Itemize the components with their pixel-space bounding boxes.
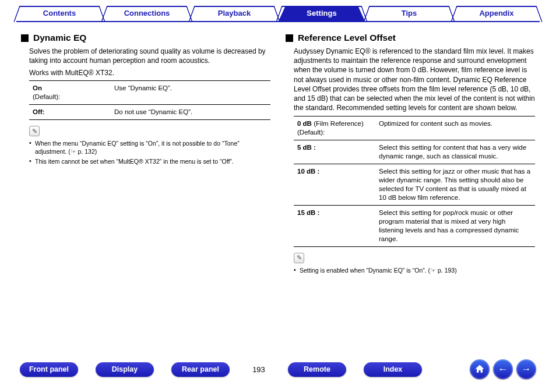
button-label: Rear panel: [182, 365, 219, 373]
table-row: On(Default): Use “Dynamic EQ”.: [29, 81, 270, 105]
remote-button[interactable]: Remote: [288, 362, 346, 377]
heading-dynamic-eq: Dynamic EQ: [21, 33, 270, 43]
opt-label: On: [33, 84, 42, 91]
tab-label: Playback: [218, 9, 251, 17]
options-table-left: On(Default): Use “Dynamic EQ”. Off: Do n…: [29, 80, 270, 120]
table-row: 0 dB (Film Reference) (Default): Optimiz…: [294, 116, 535, 140]
note-item: This item cannot be set when “MultEQ® XT…: [29, 157, 270, 167]
table-row: 15 dB : Select this setting for pop/rock…: [294, 205, 535, 246]
opt-desc: Optimized for content such as movies.: [375, 116, 535, 140]
button-label: Index: [383, 365, 403, 373]
arrow-left-icon: ←: [498, 363, 508, 375]
note-item: Setting is enabled when “Dynamic EQ” is …: [294, 266, 535, 276]
button-label: Front panel: [29, 365, 69, 373]
heading-text: Reference Level Offset: [298, 33, 396, 43]
front-panel-button[interactable]: Front panel: [20, 362, 78, 377]
bottom-bar: Front panel Display Rear panel 193 Remot…: [0, 359, 556, 379]
table-row: 10 dB : Select this setting for jazz or …: [294, 164, 535, 206]
opt-desc: Select this setting for content that has…: [375, 140, 535, 164]
tab-settings[interactable]: Settings: [279, 6, 365, 21]
opt-label: 10 dB :: [294, 164, 375, 206]
rear-panel-button[interactable]: Rear panel: [171, 362, 230, 377]
tab-connections[interactable]: Connections: [104, 6, 190, 21]
arrow-right-icon: →: [522, 363, 532, 375]
tab-appendix[interactable]: Appendix: [453, 6, 540, 21]
opt-desc: Use “Dynamic EQ”.: [111, 81, 270, 105]
nav-button-group: ← →: [470, 359, 536, 379]
pencil-icon: ✎: [297, 254, 302, 262]
display-button[interactable]: Display: [96, 362, 154, 377]
tab-playback[interactable]: Playback: [191, 6, 277, 21]
note-icon: ✎: [29, 126, 40, 136]
opt-label: 5 dB :: [294, 140, 375, 164]
tab-contents[interactable]: Contents: [16, 6, 103, 21]
home-button[interactable]: [470, 359, 490, 379]
opt-label: 15 dB :: [294, 205, 375, 246]
tab-label: Contents: [43, 9, 76, 17]
pencil-icon: ✎: [32, 128, 37, 135]
tab-label: Connections: [124, 9, 170, 17]
left-column: Dynamic EQ Solves the problem of deterio…: [21, 33, 270, 276]
note-item: When the menu “Dynamic EQ” setting is “O…: [29, 139, 270, 157]
opt-extra: (Default):: [33, 93, 60, 100]
index-button[interactable]: Index: [364, 362, 422, 377]
intro-text: Audyssey Dynamic EQ® is referenced to th…: [294, 47, 535, 112]
page-number: 193: [247, 365, 270, 374]
note-icon: ✎: [294, 253, 304, 263]
tab-label: Settings: [307, 9, 336, 17]
options-table-right: 0 dB (Film Reference) (Default): Optimiz…: [294, 116, 535, 246]
opt-desc: Do not use “Dynamic EQ”.: [111, 105, 270, 120]
heading-text: Dynamic EQ: [33, 33, 86, 43]
button-label: Display: [112, 365, 138, 373]
table-row: Off: Do not use “Dynamic EQ”.: [29, 105, 270, 120]
table-row: 5 dB : Select this setting for content t…: [294, 140, 535, 164]
top-nav: Contents Connections Playback Settings T…: [0, 0, 556, 21]
opt-label: 0 dB: [297, 120, 312, 127]
tab-label: Tips: [402, 9, 417, 17]
tab-label: Appendix: [479, 9, 513, 17]
tab-tips[interactable]: Tips: [366, 6, 452, 21]
home-icon: [474, 363, 485, 375]
works-with-text: Works with MultEQ® XT32.: [29, 69, 270, 77]
opt-desc: Select this setting for pop/rock music o…: [375, 205, 535, 246]
opt-label: Off:: [33, 108, 44, 115]
next-button[interactable]: →: [516, 359, 536, 379]
heading-reference-level-offset: Reference Level Offset: [286, 33, 535, 43]
prev-button[interactable]: ←: [493, 359, 513, 379]
notes-list: When the menu “Dynamic EQ” setting is “O…: [29, 139, 270, 167]
intro-text: Solves the problem of deteriorating soun…: [29, 47, 270, 65]
button-label: Remote: [304, 365, 330, 373]
notes-list: Setting is enabled when “Dynamic EQ” is …: [294, 266, 535, 276]
right-column: Reference Level Offset Audyssey Dynamic …: [286, 33, 535, 276]
opt-desc: Select this setting for jazz or other mu…: [375, 164, 535, 206]
